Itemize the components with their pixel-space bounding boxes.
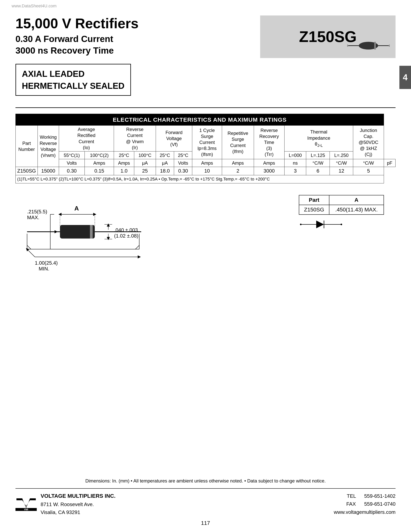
data-io100: 0.15 (85, 167, 114, 175)
svg-rect-48 (16, 504, 37, 505)
th-ir: ReverseCurrent@ Vrwm(Ir) (114, 125, 156, 152)
th-cj: JunctionCap.@50VDC@ 1kHZ(Cj) (353, 125, 384, 159)
address1: 8711 W. Roosevelt Ave. (41, 501, 115, 509)
th-th-l125: L=.125 (306, 151, 330, 159)
diagram-section: A .215(5.5) MAX. 1.00(25.4) MIN. (16, 195, 395, 277)
th-part-number: PartNumber (16, 125, 38, 167)
svg-rect-3 (374, 42, 376, 49)
th-ifrm: RepetitiveSurgeCurrent(Ifrm) (222, 125, 254, 159)
svg-text:(1.02 ±.08): (1.02 ±.08) (114, 233, 139, 239)
header-left: 15,000 V Rectifiers 0.30 A Forward Curre… (16, 16, 260, 57)
th-ifsm: 1 CycleSurgeCurrentlp=8.3ms(Ifsm) (192, 125, 222, 159)
side-tab: 4 (399, 66, 411, 89)
unit-th1: °C/W (306, 159, 330, 167)
dimension-table-container: Part A Z150SG .450(11.43) MAX. (299, 195, 395, 231)
unit-ifrm: Amps (254, 159, 284, 167)
header-diode-image (347, 38, 390, 54)
th-vrwm: WorkingReverseVoltage(Vrwm) (37, 125, 59, 167)
svg-line-26 (135, 245, 139, 249)
footer-content: VMI VOLTAGE MULTIPLIERS INC. 8711 W. Roo… (16, 488, 395, 516)
svg-point-5 (389, 45, 390, 47)
svg-rect-47 (16, 501, 37, 502)
sub-title: 0.30 A Forward Current 3000 ns Recovery … (16, 33, 260, 57)
fax-line: FAX 559-651-0740 (334, 500, 395, 508)
watermark: www.DataSheet4U.com (12, 3, 56, 9)
data-ir25: 1.0 (114, 167, 134, 175)
svg-marker-40 (316, 220, 324, 228)
dim-table-header: Part A (299, 195, 384, 205)
th-th-l000: L=000 (284, 151, 306, 159)
th-vf-25b: 25°C (174, 151, 192, 159)
th-th-l250: L=.250 (330, 151, 353, 159)
table-data-row: Z150SG 15000 0.30 0.15 1.0 25 18.0 0.30 … (16, 167, 395, 175)
svg-text:VMI: VMI (24, 508, 28, 511)
data-ir100: 25 (134, 167, 156, 175)
data-cj: 5 (353, 167, 384, 175)
footer-contact: TEL 559-651-1402 FAX 559-651-0740 www.vo… (334, 492, 395, 516)
company-name: VOLTAGE MULTIPLIERS INC. (41, 492, 115, 501)
dim-col-part: Part (299, 195, 329, 205)
unit-trr: ns (284, 159, 306, 167)
unit-io100: Amps (114, 159, 134, 167)
header-right: Z150SG (260, 16, 395, 58)
svg-text:MIN.: MIN. (39, 266, 49, 272)
unit-io55: Amps (85, 159, 114, 167)
svg-point-4 (347, 45, 348, 47)
svg-text:1.00(25.4): 1.00(25.4) (35, 260, 58, 266)
data-trr: 3000 (254, 167, 284, 175)
unit-vrwm: Volts (59, 159, 84, 167)
description-line2: HERMETICALLY SEALED (22, 80, 125, 92)
unit-ir25: μA (134, 159, 156, 167)
fax-number: 559-651-0740 (364, 501, 395, 507)
unit-cj: pF (384, 159, 395, 167)
dimensional-drawing: A .215(5.5) MAX. 1.00(25.4) MIN. (16, 195, 299, 277)
th-thermal: ThermalImpedanceθJ-L (284, 125, 353, 152)
page-number: 117 (201, 520, 210, 526)
data-ifsm: 10 (192, 167, 222, 175)
svg-rect-11 (60, 225, 95, 238)
th-vf: ForwardVoltage(Vf) (156, 125, 192, 152)
data-io55: 0.30 (59, 167, 84, 175)
page: www.DataSheet4U.com 4 15,000 V Rectifier… (0, 0, 411, 532)
footer-note: Dimensions: In. (mm) • All temperatures … (16, 478, 395, 484)
header-section: 15,000 V Rectifiers 0.30 A Forward Curre… (16, 16, 395, 58)
elec-table-container: ELECTRICAL CHARACTERISTICS AND MAXIMUM R… (16, 114, 395, 183)
th-ir-100: 100°C (134, 151, 156, 159)
th-ir-25: 25°C (114, 151, 134, 159)
svg-text:.215(5.5): .215(5.5) (27, 209, 47, 215)
dim-row1-part: Z150SG (299, 205, 329, 215)
table-title: ELECTRICAL CHARACTERISTICS AND MAXIMUM R… (16, 114, 384, 125)
unit-ir100: μA (156, 159, 174, 167)
footer-section: Dimensions: In. (mm) • All temperatures … (16, 478, 395, 516)
svg-text:A: A (74, 205, 79, 212)
fax-label: FAX (346, 501, 356, 507)
diode-symbol (299, 218, 395, 231)
table-title-row: ELECTRICAL CHARACTERISTICS AND MAXIMUM R… (16, 114, 395, 125)
data-ifrm: 2 (222, 167, 254, 175)
description-box: AXIAL LEADED HERMETICALLY SEALED (16, 64, 131, 96)
data-vfv: 18.0 (156, 167, 174, 175)
description-container: AXIAL LEADED HERMETICALLY SEALED (16, 64, 395, 102)
tel-line: TEL 559-651-1402 (334, 492, 395, 500)
svg-text:MAX.: MAX. (27, 215, 39, 220)
tel-number: 559-651-1402 (364, 493, 395, 499)
svg-line-27 (27, 249, 35, 257)
unit-th3: °C/W (353, 159, 384, 167)
tel-label: TEL (347, 493, 356, 499)
sub-title-line1: 0.30 A Forward Current (16, 34, 113, 44)
sub-title-line2: 3000 ns Recovery Time (16, 46, 114, 56)
vmi-logo-svg: VMI (16, 497, 37, 511)
th-io-55: 55°C(1) (59, 151, 84, 159)
data-vfa: 0.30 (174, 167, 192, 175)
svg-text:.040 ±.003: .040 ±.003 (114, 227, 138, 233)
unit-vf-a: Amps (192, 159, 222, 167)
svg-rect-12 (90, 225, 93, 238)
svg-rect-49 (16, 506, 37, 507)
table-units-row: Volts Amps Amps μA μA Volts Amps Amps Am… (16, 159, 395, 167)
footer-company: VOLTAGE MULTIPLIERS INC. 8711 W. Rooseve… (41, 492, 115, 516)
th-vf-25: 25°C (156, 151, 174, 159)
table-footnote-row: (1)TL=55°C L=0.375" (2)TL=100°C L=0.375"… (16, 175, 395, 183)
divider (16, 107, 395, 108)
elec-table: ELECTRICAL CHARACTERISTICS AND MAXIMUM R… (16, 114, 395, 183)
dim-row1-a: .450(11.43) MAX. (329, 205, 384, 215)
